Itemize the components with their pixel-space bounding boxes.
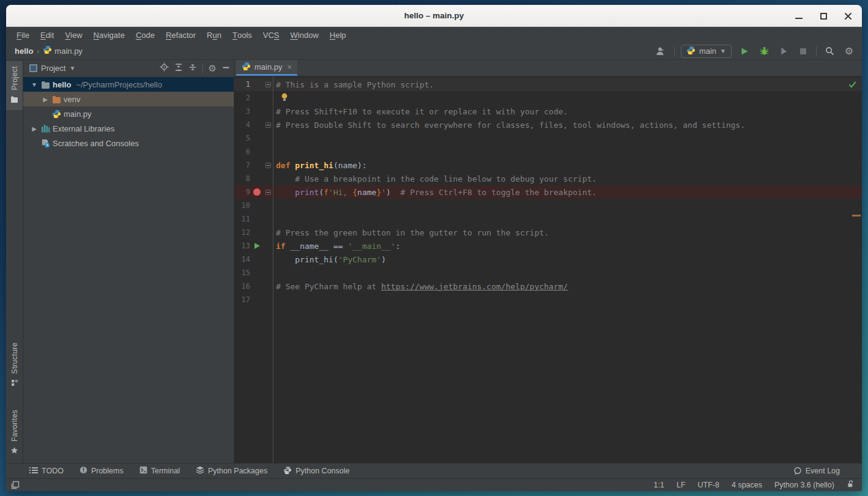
tool-window-button-python-console[interactable]: Python Console: [283, 466, 349, 476]
status-encoding[interactable]: UTF-8: [698, 481, 719, 489]
code-line-4[interactable]: 4# Press Double Shift to search everywhe…: [234, 118, 862, 131]
menu-help[interactable]: Help: [324, 27, 352, 43]
breakpoint-dot[interactable]: [250, 188, 264, 196]
hide-panel-button[interactable]: [222, 63, 230, 74]
tool-window-button-problems[interactable]: Problems: [80, 466, 124, 476]
fold-marker[interactable]: [264, 122, 273, 128]
event-log-icon: [793, 467, 802, 475]
fold-marker[interactable]: [264, 82, 273, 87]
close-button[interactable]: [840, 8, 856, 24]
code-line-16[interactable]: 16# See PyCharm help at https://www.jetb…: [234, 279, 862, 293]
stripe-button-project[interactable]: Project: [6, 61, 23, 110]
menu-tools[interactable]: Tools: [227, 27, 258, 43]
run-arrow-icon[interactable]: [254, 243, 260, 249]
code-line-13[interactable]: 13if __name__ == '__main__':: [234, 239, 862, 253]
stripe-button-structure[interactable]: Structure: [6, 338, 23, 394]
menu-navigate[interactable]: Navigate: [88, 27, 130, 43]
code-line-7[interactable]: 7def print_hi(name):: [234, 158, 862, 172]
python-console-icon: [283, 466, 292, 476]
titlebar[interactable]: hello – main.py: [6, 5, 862, 27]
status-caret-position[interactable]: 1:1: [654, 481, 664, 489]
locate-icon: [160, 62, 169, 72]
search-everywhere-button[interactable]: [823, 45, 836, 58]
tab-main-py[interactable]: main.py ×: [236, 60, 297, 76]
code-line-9[interactable]: 9 print(f'Hi, {name}') # Press Ctrl+F8 t…: [234, 185, 862, 199]
lock-widget[interactable]: [847, 480, 855, 490]
run-line-button[interactable]: [250, 243, 264, 249]
menu-window[interactable]: Window: [285, 27, 324, 43]
code-line-3[interactable]: 3# Press Shift+F10 to execute it or repl…: [234, 105, 862, 118]
breadcrumb-file[interactable]: main.py: [54, 46, 83, 56]
chevron-right-icon[interactable]: ▶: [29, 125, 39, 132]
intention-bulb-icon[interactable]: [281, 93, 288, 102]
tool-window-button-terminal[interactable]: Terminal: [139, 466, 180, 476]
collapse-all-button[interactable]: [188, 63, 197, 74]
code-line-8[interactable]: 8 # Use a breakpoint in the code line be…: [234, 172, 862, 185]
run-with-coverage-button[interactable]: [777, 45, 790, 58]
status-interpreter[interactable]: Python 3.6 (hello): [774, 481, 834, 489]
tool-window-button-python-packages[interactable]: Python Packages: [196, 466, 267, 476]
fold-marker[interactable]: [264, 163, 273, 168]
tree-item-label: venv: [64, 95, 80, 104]
menu-view[interactable]: View: [59, 27, 87, 43]
expand-all-button[interactable]: [174, 63, 183, 74]
code-line-10[interactable]: 10: [234, 199, 862, 212]
run-toolbar: main ▼ ⚙: [655, 45, 856, 58]
tree-item-main-py[interactable]: main.py: [23, 106, 234, 121]
code-line-2[interactable]: 2: [234, 91, 862, 105]
chevron-right-icon[interactable]: ▶: [40, 96, 50, 103]
fold-icon[interactable]: [265, 163, 271, 168]
code-line-1[interactable]: 1# This is a sample Python script.: [234, 78, 862, 91]
code-editor[interactable]: 1# This is a sample Python script.23# Pr…: [234, 76, 862, 463]
fold-icon[interactable]: [265, 122, 271, 128]
error-stripe-breakpoint-mark[interactable]: [852, 215, 861, 217]
code-token: 'PyCharm': [338, 255, 381, 264]
menu-refactor[interactable]: Refactor: [160, 27, 201, 43]
code-line-12[interactable]: 12# Press the green button in the gutter…: [234, 226, 862, 239]
tree-item-external-libraries[interactable]: ▶External Libraries: [23, 121, 234, 136]
maximize-button[interactable]: [815, 8, 831, 24]
code-line-15[interactable]: 15: [234, 266, 862, 279]
chevron-down-icon[interactable]: ▼: [69, 65, 75, 72]
breakpoint-icon[interactable]: [253, 188, 261, 196]
locate-button[interactable]: [160, 62, 169, 74]
menu-edit[interactable]: Edit: [35, 27, 59, 43]
tree-item-venv[interactable]: ▶venv: [23, 92, 234, 106]
settings-button[interactable]: ⚙: [842, 45, 856, 58]
menu-vcs[interactable]: VCS: [258, 27, 285, 43]
stop-button[interactable]: [796, 45, 810, 58]
code-line-17[interactable]: 17: [234, 293, 862, 306]
fold-icon[interactable]: [265, 82, 271, 87]
stripe-button-favorites[interactable]: Favorites: [6, 405, 23, 462]
minimize-button[interactable]: [791, 8, 807, 24]
chevron-down-icon[interactable]: ▼: [29, 81, 39, 88]
code-line-11[interactable]: 11: [234, 212, 862, 226]
menu-run[interactable]: Run: [201, 27, 227, 43]
status-line-separator[interactable]: LF: [677, 481, 686, 489]
code-line-5[interactable]: 5: [234, 131, 862, 145]
run-configuration-select[interactable]: main ▼: [681, 45, 732, 58]
window-title: hello – main.py: [404, 11, 464, 20]
tree-item-hello[interactable]: ▼hello~/PycharmProjects/hello: [23, 77, 234, 92]
tree-item-scratches-and-consoles[interactable]: Scratches and Consoles: [23, 136, 234, 150]
fold-icon[interactable]: [265, 190, 271, 195]
status-indent[interactable]: 4 spaces: [732, 481, 762, 489]
tool-window-button-todo[interactable]: TODO: [29, 467, 64, 476]
user-button[interactable]: [655, 45, 668, 58]
menu-file[interactable]: File: [11, 27, 35, 43]
inspection-ok-icon[interactable]: [848, 81, 856, 90]
code-line-6[interactable]: 6: [234, 145, 862, 158]
toolbar-separator: [202, 64, 203, 73]
tool-window-button-label: Python Console: [295, 467, 349, 475]
debug-button[interactable]: [757, 45, 771, 58]
project-panel-title[interactable]: Project: [41, 64, 65, 73]
tab-close-icon[interactable]: ×: [287, 62, 292, 72]
fold-marker[interactable]: [264, 190, 273, 195]
tool-window-switcher-button[interactable]: [11, 481, 20, 489]
menu-code[interactable]: Code: [130, 27, 160, 43]
code-line-14[interactable]: 14 print_hi('PyCharm'): [234, 253, 862, 266]
run-button[interactable]: [738, 45, 751, 58]
breadcrumb-project[interactable]: hello: [15, 46, 33, 56]
panel-settings-button[interactable]: ⚙: [209, 63, 217, 74]
event-log-button[interactable]: Event Log: [793, 467, 853, 475]
